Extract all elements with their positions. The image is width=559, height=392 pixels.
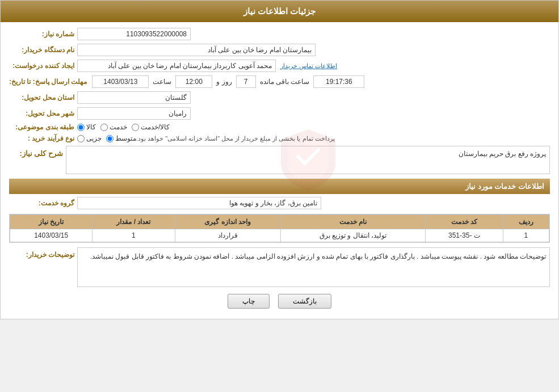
ایجاد-کننده-label: ایجاد کننده درخواست: <box>9 62 77 70</box>
توضیحات-label: توضیحات خریدار: <box>9 247 77 259</box>
cell-نام-خدمت: تولید، انتقال و توزیع برق <box>280 229 425 242</box>
cell-ردیف: 1 <box>503 229 549 242</box>
radio-کالا-خدمت-label: کالا/خدمت <box>141 123 170 131</box>
remaining-time-value: 19:17:36 <box>313 75 364 88</box>
گروه-خدمت-row: تامین برق، گاز، بخار و تهویه هوا گروه خد… <box>9 197 550 209</box>
radio-متوسط-label: متوسط <box>115 134 136 142</box>
گروه-خدمت-label: گروه خدمت: <box>9 199 77 207</box>
نوع-فرآیند-label: نوع فرآیند خرید : <box>9 134 77 142</box>
radio-کالا-خدمت-input[interactable] <box>132 124 139 131</box>
شرح-کلی-label: شرح کلی نیاز: <box>9 146 66 158</box>
print-button[interactable]: چاپ <box>228 294 270 309</box>
شماره-نیاز-label: شماره نیاز: <box>9 30 77 38</box>
شهر-label: شهر محل تحویل: <box>9 109 77 117</box>
cell-تاریخ: 1403/03/15 <box>10 229 93 242</box>
طبقه-بندی-options: کالا/خدمت خدمت کالا <box>77 123 170 131</box>
شماره-نیاز-value: 1103093522000008 <box>77 28 191 40</box>
cell-تعداد: 1 <box>93 229 175 242</box>
radio-کالا[interactable]: کالا <box>77 123 96 131</box>
شهر-row: رامیان شهر محل تحویل: <box>9 107 550 120</box>
ایجاد-کننده-value: محمد آعویی کاربرداز بیمارستان امام رضا خ… <box>77 60 276 72</box>
استان-row: گلستان استان محل تحویل: <box>9 91 550 104</box>
radio-جزیی-input[interactable] <box>77 135 85 142</box>
page-header: جزئیات اطلاعات نیاز <box>1 1 558 22</box>
شهر-value: رامیان <box>77 107 191 120</box>
back-button[interactable]: بازگشت <box>278 294 331 309</box>
اطلاعات-تماس-link[interactable]: اطلاعات تماس خریدار <box>280 62 337 70</box>
شماره-نیاز-row: 1103093522000008 شماره نیاز: <box>9 28 550 40</box>
طبقه-بندی-label: طبقه بندی موضوعی: <box>9 123 77 131</box>
گروه-خدمت-value: تامین برق، گاز، بخار و تهویه هوا <box>77 197 321 209</box>
col-تعداد: تعداد / مقدار <box>93 215 175 229</box>
page-title: جزئیات اطلاعات نیاز <box>243 6 316 16</box>
نام-دستگاه-value: بیمارستان امام رضا خان بین علی آباد <box>77 44 316 56</box>
cell-کد-خدمت: ت -35-351 <box>425 229 503 242</box>
time-value: 12:00 <box>175 75 212 88</box>
نوع-فرآیند-options: متوسط جزیی <box>77 134 136 142</box>
days-value: 7 <box>236 75 256 88</box>
ایجاد-کننده-row: اطلاعات تماس خریدار محمد آعویی کاربرداز … <box>9 60 550 72</box>
radio-جزیی[interactable]: جزیی <box>77 134 102 142</box>
radio-جزیی-label: جزیی <box>86 134 102 142</box>
date-value: 1403/03/13 <box>92 75 149 88</box>
توضیحات-value: توضیحات مطالعه شود . نقشه پیوست میباشد .… <box>77 247 550 287</box>
cell-واحد: قرارداد <box>175 229 280 242</box>
radio-خدمت[interactable]: خدمت <box>100 123 127 131</box>
radio-کالا-خدمت[interactable]: کالا/خدمت <box>132 123 170 131</box>
col-کد-خدمت: کد خدمت <box>425 215 503 229</box>
col-نام-خدمت: نام خدمت <box>280 215 425 229</box>
remaining-label: ساعت باقی مانده <box>260 78 310 86</box>
col-ردیف: ردیف <box>503 215 549 229</box>
radio-خدمت-label: خدمت <box>110 123 127 131</box>
table-row: 1 ت -35-351 تولید، انتقال و توزیع برق قر… <box>10 229 549 242</box>
استان-value: گلستان <box>77 91 191 104</box>
مهلت-ارسال-label: مهلت ارسال پاسخ: تا تاریخ: <box>9 78 90 86</box>
نام-دستگاه-label: نام دستگاه خریدار: <box>9 46 77 54</box>
col-واحد: واحد اندازه گیری <box>175 215 280 229</box>
radio-کالا-input[interactable] <box>77 124 85 131</box>
radio-متوسط-input[interactable] <box>106 135 114 142</box>
radio-خدمت-input[interactable] <box>100 124 108 131</box>
radio-کالا-label: کالا <box>86 123 96 131</box>
مهلت-ارسال-row: 19:17:36 ساعت باقی مانده 7 روز و 12:00 س… <box>9 75 550 88</box>
col-تاریخ: تاریخ نیاز <box>10 215 93 229</box>
services-table: ردیف کد خدمت نام خدمت واحد اندازه گیری ت… <box>9 214 550 243</box>
شرح-کلی-value: پروژه رفع برق حریم بیمارستان <box>459 150 546 158</box>
radio-متوسط[interactable]: متوسط <box>106 134 136 142</box>
شرح-کلی-section: پروژه رفع برق حریم بیمارستان شرح کلی نیا… <box>9 146 550 174</box>
shield-watermark <box>274 126 342 194</box>
توضیحات-section: توضیحات مطالعه شود . نقشه پیوست میباشد .… <box>9 247 550 287</box>
استان-label: استان محل تحویل: <box>9 94 77 102</box>
نام-دستگاه-row: بیمارستان امام رضا خان بین علی آباد نام … <box>9 44 550 56</box>
days-label: روز و <box>216 78 232 86</box>
شرح-کلی-box: پروژه رفع برق حریم بیمارستان <box>66 146 550 174</box>
buttons-row: بازگشت چاپ <box>9 294 550 309</box>
time-label: ساعت <box>153 78 171 86</box>
